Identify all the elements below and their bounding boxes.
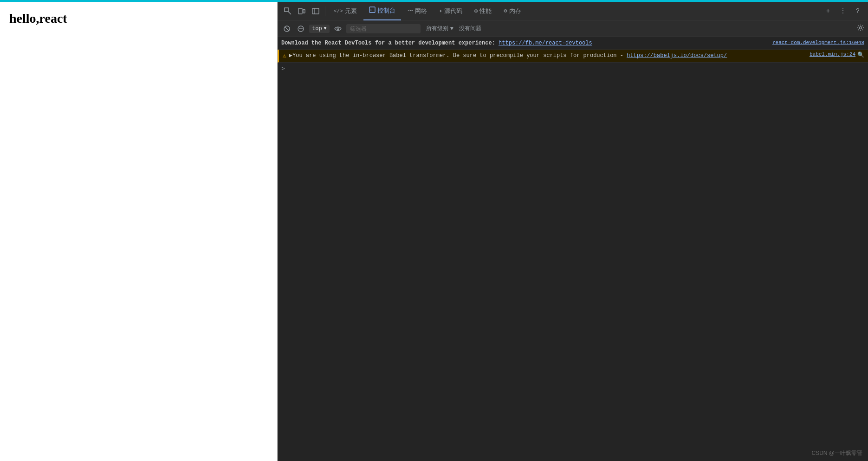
- hello-react-text: hello,react: [9, 11, 67, 26]
- sidebar-icon[interactable]: [309, 5, 322, 18]
- svg-line-9: [285, 27, 289, 31]
- customize-icon[interactable]: ?: [851, 5, 864, 18]
- console-tab-icon: ⊞: [369, 6, 376, 15]
- warning-text-before: ▶You are using the in-browser Babel tran…: [289, 52, 627, 59]
- level-label: 所有级别: [426, 25, 448, 32]
- level-dropdown-arrow: ▼: [450, 26, 453, 32]
- webpage-panel: hello,react: [0, 2, 278, 461]
- babeljs-link[interactable]: https://babeljs.io/docs/setup/: [627, 52, 727, 59]
- network-tab-icon: 〜: [408, 7, 413, 15]
- console-info-devtools: Download the React DevTools for a better…: [278, 37, 868, 50]
- tab-sources[interactable]: ✦ 源代码: [434, 2, 468, 20]
- prompt-arrow: >: [281, 65, 285, 72]
- svg-rect-0: [285, 8, 288, 12]
- log-level-selector[interactable]: 所有级别 ▼: [423, 24, 456, 33]
- filter-input[interactable]: [346, 24, 421, 33]
- svg-rect-2: [298, 8, 302, 14]
- console-info-text: Download the React DevTools for a better…: [281, 40, 592, 46]
- svg-rect-4: [312, 8, 319, 14]
- tab-memory[interactable]: ⚙ 内存: [498, 2, 526, 20]
- warning-search-icon[interactable]: 🔍: [857, 51, 864, 58]
- watermark-text: CSDN @一叶飘零晋: [811, 449, 862, 457]
- react-dom-source-link[interactable]: react-dom.development.js:16048: [769, 40, 864, 45]
- main-layout: hello,react: [0, 2, 868, 461]
- warning-triangle-icon: ⚠: [283, 52, 286, 59]
- add-tab-icon[interactable]: +: [822, 5, 835, 18]
- svg-point-12: [337, 28, 339, 30]
- devtools-panel: </> 元素 ⊞ 控制台 〜 网络 ✦ 源代码: [278, 2, 868, 461]
- tab-elements[interactable]: </> 元素: [328, 2, 363, 20]
- tab-console[interactable]: ⊞ 控制台: [363, 2, 401, 20]
- more-actions-group: + ⋮ ?: [822, 5, 864, 18]
- device-toolbar-icon[interactable]: [295, 5, 308, 18]
- svg-point-13: [860, 26, 862, 29]
- memory-tab-icon: ⚙: [504, 7, 507, 14]
- console-toolbar: top ▼ 所有级别 ▼ 没有问题: [278, 20, 868, 37]
- clear-console-button[interactable]: [281, 23, 292, 34]
- eye-icon[interactable]: [332, 23, 343, 34]
- inspect-icon[interactable]: [281, 5, 294, 18]
- console-content: Download the React DevTools for a better…: [278, 37, 868, 461]
- svg-rect-3: [303, 9, 305, 13]
- console-prompt: >: [278, 63, 868, 75]
- context-label: top: [312, 26, 322, 32]
- elements-tab-icon: </>: [334, 8, 343, 14]
- no-issues-label: 没有问题: [459, 25, 481, 32]
- info-bold-text: Download the React DevTools for a better…: [281, 40, 499, 46]
- performance-tab-icon: ◎: [474, 7, 478, 14]
- svg-line-1: [288, 12, 291, 14]
- svg-text:⊞: ⊞: [370, 8, 372, 12]
- tab-performance[interactable]: ◎ 性能: [469, 2, 497, 20]
- more-tabs-icon[interactable]: ⋮: [836, 5, 849, 18]
- console-warning-babel: ⚠ ▶You are using the in-browser Babel tr…: [278, 50, 868, 63]
- sources-tab-icon: ✦: [439, 7, 442, 14]
- devtools-tabs-toolbar: </> 元素 ⊞ 控制台 〜 网络 ✦ 源代码: [278, 2, 868, 20]
- block-icon[interactable]: [295, 23, 306, 34]
- console-settings-icon[interactable]: [857, 24, 864, 33]
- warning-text-content: ▶You are using the in-browser Babel tran…: [289, 51, 806, 60]
- babel-source-link[interactable]: babel.min.js:24: [806, 51, 855, 57]
- react-devtools-link[interactable]: https://fb.me/react-devtools: [499, 40, 592, 46]
- context-dropdown-arrow: ▼: [324, 26, 327, 31]
- context-selector[interactable]: top ▼: [309, 25, 330, 33]
- tab-network[interactable]: 〜 网络: [402, 2, 433, 20]
- toolbar-separator-1: [325, 6, 325, 16]
